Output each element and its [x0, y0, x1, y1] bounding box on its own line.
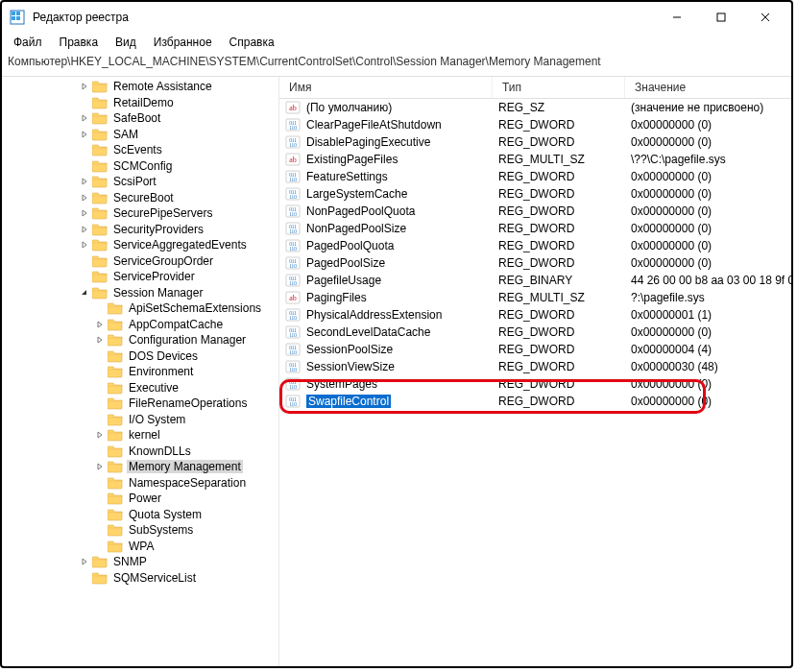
col-header-type[interactable]: Тип — [493, 77, 625, 98]
tree-item[interactable]: KnownDLLs — [2, 444, 278, 460]
string-value-icon: ab — [285, 152, 301, 167]
chevron-right-icon[interactable] — [79, 114, 90, 122]
tree-item-label: DOS Devices — [127, 349, 200, 363]
folder-icon — [92, 96, 108, 109]
key-tree[interactable]: Remote AssistanceRetailDemoSafeBootSAMSc… — [2, 77, 279, 668]
value-row[interactable]: 011110NonPagedPoolQuotaREG_DWORD0x000000… — [279, 203, 791, 220]
tree-item[interactable]: AppCompatCache — [2, 317, 278, 333]
minimize-button[interactable] — [655, 3, 699, 32]
tree-item[interactable]: DOS Devices — [2, 348, 278, 365]
value-data: ?:\pagefile.sys — [631, 291, 791, 304]
tree-item[interactable]: SecurePipeServers — [2, 205, 278, 222]
col-header-name[interactable]: Имя — [279, 77, 493, 98]
folder-icon — [92, 206, 108, 220]
folder-icon — [92, 191, 108, 204]
tree-item-label: Environment — [127, 365, 195, 378]
chevron-right-icon[interactable] — [79, 131, 90, 138]
tree-item[interactable]: ServiceGroupOrder — [2, 253, 278, 270]
value-row[interactable]: 011110SystemPagesREG_DWORD0x00000000 (0) — [279, 375, 791, 393]
value-row[interactable]: 011110FeatureSettingsREG_DWORD0x00000000… — [279, 168, 791, 185]
tree-item[interactable]: ScEvents — [2, 142, 278, 158]
chevron-right-icon[interactable] — [94, 431, 106, 439]
list-header[interactable]: Имя Тип Значение — [279, 77, 791, 99]
chevron-right-icon[interactable] — [94, 336, 106, 344]
chevron-right-icon[interactable] — [94, 463, 106, 470]
value-row[interactable]: 011110ClearPageFileAtShutdownREG_DWORD0x… — [279, 116, 791, 133]
tree-item[interactable]: Environment — [2, 364, 278, 380]
menu-view[interactable]: Вид — [108, 34, 144, 53]
tree-item[interactable]: WPA — [2, 539, 278, 555]
tree-item[interactable]: SubSystems — [2, 522, 278, 539]
menu-file[interactable]: Файл — [6, 34, 50, 53]
value-row[interactable]: 011110PagedPoolQuotaREG_DWORD0x00000000 … — [279, 237, 791, 254]
tree-item[interactable]: ServiceProvider — [2, 269, 278, 285]
tree-item[interactable]: SafeBoot — [2, 110, 278, 127]
chevron-right-icon[interactable] — [79, 194, 90, 202]
value-name: NonPagedPoolQuota — [306, 204, 498, 218]
value-data: 0x00000000 (0) — [631, 222, 791, 235]
folder-icon — [108, 396, 123, 410]
value-row[interactable]: 011110SessionViewSizeREG_DWORD0x00000030… — [279, 358, 791, 375]
tree-item[interactable]: NamespaceSeparation — [2, 475, 278, 492]
value-row[interactable]: 011110NonPagedPoolSizeREG_DWORD0x0000000… — [279, 220, 791, 237]
tree-item[interactable]: SecurityProviders — [2, 222, 278, 238]
tree-item[interactable]: ScsiPort — [2, 174, 278, 190]
value-row[interactable]: abPagingFilesREG_MULTI_SZ?:\pagefile.sys — [279, 289, 791, 306]
list-body[interactable]: ab(По умолчанию)REG_SZ(значение не присв… — [279, 99, 791, 668]
menu-edit[interactable]: Правка — [52, 34, 107, 53]
tree-item[interactable]: RetailDemo — [2, 95, 278, 111]
tree-item[interactable]: Remote Assistance — [2, 79, 278, 95]
chevron-right-icon[interactable] — [79, 558, 90, 565]
value-row[interactable]: 011110PagefileUsageREG_BINARY44 26 00 00… — [279, 272, 791, 289]
binary-value-icon: 011110 — [285, 376, 301, 392]
svg-text:110: 110 — [289, 142, 297, 148]
tree-item[interactable]: SecureBoot — [2, 190, 278, 206]
folder-icon — [92, 254, 108, 268]
col-header-data[interactable]: Значение — [625, 77, 791, 98]
tree-item[interactable]: SNMP — [2, 554, 278, 570]
address-bar[interactable]: Компьютер\HKEY_LOCAL_MACHINE\SYSTEM\Curr… — [2, 53, 791, 77]
tree-item[interactable]: I/O System — [2, 412, 278, 428]
value-name: SystemPages — [306, 377, 498, 391]
tree-item[interactable]: Power — [2, 491, 278, 507]
value-name: SecondLevelDataCache — [306, 325, 498, 339]
close-button[interactable] — [743, 3, 787, 32]
value-name: DisablePagingExecutive — [306, 135, 498, 149]
chevron-right-icon[interactable] — [94, 321, 106, 328]
tree-item-label: ServiceAggregatedEvents — [111, 238, 249, 252]
tree-item[interactable]: SQMServiceList — [2, 570, 278, 587]
tree-item[interactable]: FileRenameOperations — [2, 396, 278, 412]
value-row[interactable]: ab(По умолчанию)REG_SZ(значение не присв… — [279, 99, 791, 116]
chevron-right-icon[interactable] — [79, 241, 90, 249]
tree-item[interactable]: SAM — [2, 127, 278, 143]
tree-item[interactable]: Executive — [2, 380, 278, 396]
value-row[interactable]: 011110SessionPoolSizeREG_DWORD0x00000004… — [279, 341, 791, 358]
tree-item[interactable]: SCMConfig — [2, 158, 278, 175]
tree-item[interactable]: Quota System — [2, 507, 278, 523]
menu-help[interactable]: Справка — [222, 34, 282, 53]
maximize-button[interactable] — [699, 3, 743, 32]
value-row[interactable]: 011110PagedPoolSizeREG_DWORD0x00000000 (… — [279, 254, 791, 272]
value-name: SessionViewSize — [306, 360, 498, 373]
chevron-down-icon[interactable] — [79, 289, 90, 297]
tree-item[interactable]: kernel — [2, 427, 278, 444]
value-type: REG_DWORD — [498, 325, 631, 339]
value-row[interactable]: 011110DisablePagingExecutiveREG_DWORD0x0… — [279, 133, 791, 151]
tree-item[interactable]: Configuration Manager — [2, 332, 278, 348]
value-row[interactable]: 011110PhysicalAddressExtensionREG_DWORD0… — [279, 306, 791, 324]
value-row[interactable]: 011110SwapfileControlREG_DWORD0x00000000… — [279, 393, 791, 410]
chevron-right-icon[interactable] — [79, 178, 90, 185]
tree-item[interactable]: ServiceAggregatedEvents — [2, 237, 278, 253]
tree-item[interactable]: Session Manager — [2, 285, 278, 301]
tree-item[interactable]: Memory Management — [2, 459, 278, 475]
tree-item[interactable]: ApiSetSchemaExtensions — [2, 300, 278, 317]
menu-favorites[interactable]: Избранное — [146, 34, 220, 53]
value-type: REG_DWORD — [498, 204, 631, 218]
chevron-right-icon[interactable] — [79, 226, 90, 233]
folder-icon — [108, 301, 123, 315]
value-row[interactable]: 011110SecondLevelDataCacheREG_DWORD0x000… — [279, 324, 791, 341]
value-row[interactable]: abExistingPageFilesREG_MULTI_SZ\??\C:\pa… — [279, 151, 791, 168]
chevron-right-icon[interactable] — [79, 83, 90, 90]
chevron-right-icon[interactable] — [79, 209, 90, 217]
value-row[interactable]: 011110LargeSystemCacheREG_DWORD0x0000000… — [279, 185, 791, 203]
